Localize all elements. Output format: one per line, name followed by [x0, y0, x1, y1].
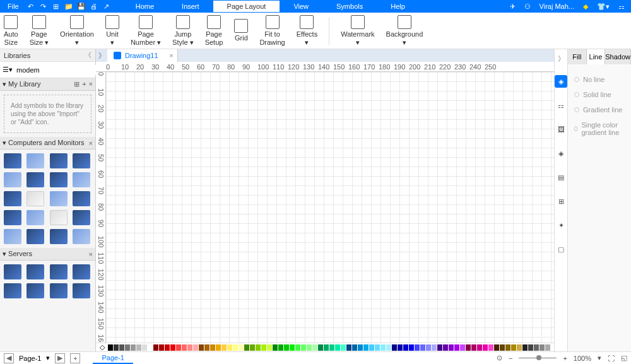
symbol-computer[interactable] [4, 229, 21, 244]
symbol-server[interactable] [50, 283, 68, 298]
symbol-computer[interactable] [73, 153, 90, 168]
color-swatch[interactable] [443, 344, 448, 351]
color-swatch[interactable] [278, 344, 283, 351]
symbol-computer[interactable] [27, 191, 44, 206]
shirt-icon[interactable]: 👕▾ [597, 3, 610, 11]
ribbon-watermark[interactable]: Watermark▾ [341, 15, 374, 45]
color-swatch[interactable] [426, 344, 431, 351]
share-icon[interactable]: ⚇ [524, 3, 531, 11]
symbol-computer[interactable] [50, 210, 68, 225]
color-swatch[interactable] [329, 344, 334, 351]
style-icon[interactable]: ◈ [555, 75, 567, 88]
color-swatch[interactable] [159, 344, 164, 351]
line-option[interactable]: Gradient line [574, 102, 625, 117]
zoom-slider[interactable] [519, 357, 557, 359]
diamond-icon[interactable]: ◆ [583, 3, 588, 11]
panel-tab-shadow[interactable]: Shadow [605, 49, 631, 64]
tab-view[interactable]: View [280, 1, 322, 12]
color-swatch[interactable] [324, 344, 329, 351]
symbol-server[interactable] [27, 283, 44, 298]
color-swatch[interactable] [318, 344, 323, 351]
color-swatch[interactable] [108, 344, 113, 351]
tab-symbols[interactable]: Symbols [322, 1, 377, 12]
color-swatch[interactable] [488, 344, 493, 351]
tab-help[interactable]: Help [377, 1, 419, 12]
color-swatch[interactable] [119, 344, 124, 351]
filter-icon[interactable]: ☰▾ [3, 66, 13, 74]
symbol-computer[interactable] [50, 172, 68, 187]
color-swatch[interactable] [136, 344, 141, 351]
symbol-computer[interactable] [4, 172, 21, 187]
color-swatch[interactable] [125, 344, 130, 351]
target-icon[interactable]: ⊙ [497, 354, 502, 362]
close-icon[interactable]: × [89, 139, 93, 147]
tab-page-layout[interactable]: Page Layout [213, 1, 280, 12]
color-swatch[interactable] [358, 344, 363, 351]
color-swatch[interactable] [540, 344, 545, 351]
color-swatch[interactable] [148, 344, 153, 351]
canvas[interactable] [106, 72, 554, 343]
ribbon-orientation[interactable]: Orientation▾ [60, 15, 94, 45]
color-swatch[interactable] [341, 344, 346, 351]
fit-icon[interactable]: ◱ [621, 354, 627, 362]
close-icon[interactable]: × [89, 80, 93, 88]
color-swatch[interactable] [522, 344, 528, 351]
color-swatch[interactable] [398, 344, 403, 351]
layers-icon[interactable]: ◈ [555, 147, 567, 160]
page-tab[interactable]: Page-1 [93, 353, 133, 364]
symbol-computer[interactable] [27, 210, 44, 225]
color-swatch[interactable] [261, 344, 266, 351]
zoom-value[interactable]: 100% [574, 355, 591, 362]
save-icon[interactable]: 💾 [76, 1, 87, 12]
color-swatch[interactable] [363, 344, 369, 351]
line-option[interactable]: No line [574, 72, 625, 87]
color-swatch[interactable] [392, 344, 397, 351]
color-swatch[interactable] [352, 344, 357, 351]
color-swatch[interactable] [204, 344, 209, 351]
color-swatch[interactable] [295, 344, 300, 351]
color-swatch[interactable] [193, 344, 198, 351]
color-swatch[interactable] [375, 344, 380, 351]
color-swatch[interactable] [244, 344, 249, 351]
color-swatch[interactable] [415, 344, 420, 351]
arrange-icon[interactable]: ✦ [555, 219, 567, 232]
symbol-server[interactable] [27, 264, 44, 279]
color-swatch[interactable] [380, 344, 386, 351]
grid-icon[interactable]: ⚏ [555, 99, 567, 112]
symbol-server[interactable] [73, 264, 90, 279]
line-option[interactable]: Single color gradient line [574, 117, 625, 140]
color-swatch[interactable] [449, 344, 454, 351]
symbol-computer[interactable] [27, 153, 44, 168]
color-swatch[interactable] [142, 344, 147, 351]
open-icon[interactable]: 📁 [63, 1, 74, 12]
new-icon[interactable]: ⊞ [50, 1, 62, 12]
ribbon-unit[interactable]: Unit▾ [105, 15, 119, 45]
color-swatch[interactable] [437, 344, 442, 351]
add-page-icon[interactable]: + [70, 353, 80, 363]
symbol-computer[interactable] [27, 229, 44, 244]
redo-icon[interactable]: ↷ [38, 1, 49, 12]
close-icon[interactable]: × [89, 250, 93, 258]
symbol-computer[interactable] [4, 153, 21, 168]
color-swatch[interactable] [210, 344, 215, 351]
symbol-server[interactable] [4, 283, 21, 298]
color-swatch[interactable] [528, 344, 533, 351]
symbol-computer[interactable] [50, 153, 68, 168]
ribbon-page[interactable]: PageSetup [205, 15, 223, 45]
page-selector[interactable]: Page-1 [19, 355, 41, 362]
ribbon-page[interactable]: PageNumber ▾ [131, 15, 161, 45]
page-icon[interactable]: ▤ [555, 171, 567, 184]
color-swatch[interactable] [301, 344, 306, 351]
symbol-computer[interactable] [73, 191, 90, 206]
color-swatch[interactable] [494, 344, 499, 351]
symbol-computer[interactable] [73, 172, 90, 187]
color-swatch[interactable] [517, 344, 522, 351]
color-swatch[interactable] [250, 344, 255, 351]
color-swatch[interactable] [369, 344, 374, 351]
ribbon-grid[interactable]: Grid [234, 19, 248, 42]
color-swatch[interactable] [221, 344, 227, 351]
color-swatch[interactable] [477, 344, 482, 351]
color-swatch[interactable] [227, 344, 232, 351]
color-swatch[interactable] [505, 344, 510, 351]
color-swatch[interactable] [471, 344, 476, 351]
